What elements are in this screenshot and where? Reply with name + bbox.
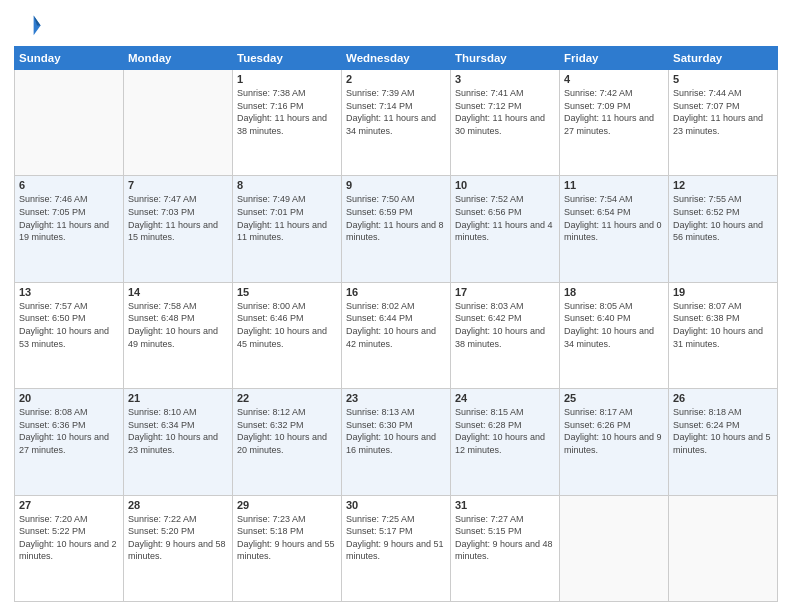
calendar-table: SundayMondayTuesdayWednesdayThursdayFrid… (14, 46, 778, 602)
day-of-week-header: Wednesday (342, 47, 451, 70)
calendar-cell: 25Sunrise: 8:17 AMSunset: 6:26 PMDayligh… (560, 389, 669, 495)
day-number: 22 (237, 392, 337, 404)
day-detail: Sunrise: 8:05 AMSunset: 6:40 PMDaylight:… (564, 300, 664, 350)
day-detail: Sunrise: 7:50 AMSunset: 6:59 PMDaylight:… (346, 193, 446, 243)
calendar-cell: 27Sunrise: 7:20 AMSunset: 5:22 PMDayligh… (15, 495, 124, 601)
day-detail: Sunrise: 7:22 AMSunset: 5:20 PMDaylight:… (128, 513, 228, 563)
day-number: 7 (128, 179, 228, 191)
day-detail: Sunrise: 8:07 AMSunset: 6:38 PMDaylight:… (673, 300, 773, 350)
day-number: 31 (455, 499, 555, 511)
day-number: 28 (128, 499, 228, 511)
calendar-header-row: SundayMondayTuesdayWednesdayThursdayFrid… (15, 47, 778, 70)
day-number: 1 (237, 73, 337, 85)
day-detail: Sunrise: 8:03 AMSunset: 6:42 PMDaylight:… (455, 300, 555, 350)
calendar-week-row: 27Sunrise: 7:20 AMSunset: 5:22 PMDayligh… (15, 495, 778, 601)
day-detail: Sunrise: 8:08 AMSunset: 6:36 PMDaylight:… (19, 406, 119, 456)
calendar-cell: 17Sunrise: 8:03 AMSunset: 6:42 PMDayligh… (451, 282, 560, 388)
day-detail: Sunrise: 7:46 AMSunset: 7:05 PMDaylight:… (19, 193, 119, 243)
day-number: 13 (19, 286, 119, 298)
header (14, 10, 778, 38)
day-number: 21 (128, 392, 228, 404)
calendar-cell: 31Sunrise: 7:27 AMSunset: 5:15 PMDayligh… (451, 495, 560, 601)
calendar-cell: 15Sunrise: 8:00 AMSunset: 6:46 PMDayligh… (233, 282, 342, 388)
day-detail: Sunrise: 7:39 AMSunset: 7:14 PMDaylight:… (346, 87, 446, 137)
day-detail: Sunrise: 7:47 AMSunset: 7:03 PMDaylight:… (128, 193, 228, 243)
day-number: 29 (237, 499, 337, 511)
day-detail: Sunrise: 8:00 AMSunset: 6:46 PMDaylight:… (237, 300, 337, 350)
day-detail: Sunrise: 7:57 AMSunset: 6:50 PMDaylight:… (19, 300, 119, 350)
day-detail: Sunrise: 8:10 AMSunset: 6:34 PMDaylight:… (128, 406, 228, 456)
calendar-cell: 19Sunrise: 8:07 AMSunset: 6:38 PMDayligh… (669, 282, 778, 388)
day-number: 18 (564, 286, 664, 298)
svg-marker-0 (34, 16, 41, 36)
day-detail: Sunrise: 7:41 AMSunset: 7:12 PMDaylight:… (455, 87, 555, 137)
calendar-cell: 23Sunrise: 8:13 AMSunset: 6:30 PMDayligh… (342, 389, 451, 495)
calendar-week-row: 1Sunrise: 7:38 AMSunset: 7:16 PMDaylight… (15, 70, 778, 176)
day-detail: Sunrise: 7:58 AMSunset: 6:48 PMDaylight:… (128, 300, 228, 350)
calendar-cell: 18Sunrise: 8:05 AMSunset: 6:40 PMDayligh… (560, 282, 669, 388)
day-number: 27 (19, 499, 119, 511)
day-detail: Sunrise: 8:02 AMSunset: 6:44 PMDaylight:… (346, 300, 446, 350)
calendar-cell: 11Sunrise: 7:54 AMSunset: 6:54 PMDayligh… (560, 176, 669, 282)
day-number: 15 (237, 286, 337, 298)
day-detail: Sunrise: 7:27 AMSunset: 5:15 PMDaylight:… (455, 513, 555, 563)
day-detail: Sunrise: 8:15 AMSunset: 6:28 PMDaylight:… (455, 406, 555, 456)
day-detail: Sunrise: 8:12 AMSunset: 6:32 PMDaylight:… (237, 406, 337, 456)
calendar-cell: 12Sunrise: 7:55 AMSunset: 6:52 PMDayligh… (669, 176, 778, 282)
day-number: 19 (673, 286, 773, 298)
day-detail: Sunrise: 7:20 AMSunset: 5:22 PMDaylight:… (19, 513, 119, 563)
calendar-cell (669, 495, 778, 601)
calendar-cell: 5Sunrise: 7:44 AMSunset: 7:07 PMDaylight… (669, 70, 778, 176)
day-number: 8 (237, 179, 337, 191)
logo (14, 10, 46, 38)
day-of-week-header: Thursday (451, 47, 560, 70)
calendar-cell: 29Sunrise: 7:23 AMSunset: 5:18 PMDayligh… (233, 495, 342, 601)
calendar-week-row: 13Sunrise: 7:57 AMSunset: 6:50 PMDayligh… (15, 282, 778, 388)
logo-icon (14, 10, 42, 38)
calendar-cell: 2Sunrise: 7:39 AMSunset: 7:14 PMDaylight… (342, 70, 451, 176)
day-detail: Sunrise: 7:44 AMSunset: 7:07 PMDaylight:… (673, 87, 773, 137)
calendar-cell: 26Sunrise: 8:18 AMSunset: 6:24 PMDayligh… (669, 389, 778, 495)
calendar-cell: 1Sunrise: 7:38 AMSunset: 7:16 PMDaylight… (233, 70, 342, 176)
day-detail: Sunrise: 7:42 AMSunset: 7:09 PMDaylight:… (564, 87, 664, 137)
day-of-week-header: Saturday (669, 47, 778, 70)
day-of-week-header: Monday (124, 47, 233, 70)
calendar-cell: 14Sunrise: 7:58 AMSunset: 6:48 PMDayligh… (124, 282, 233, 388)
day-of-week-header: Friday (560, 47, 669, 70)
calendar-body: 1Sunrise: 7:38 AMSunset: 7:16 PMDaylight… (15, 70, 778, 602)
day-detail: Sunrise: 7:23 AMSunset: 5:18 PMDaylight:… (237, 513, 337, 563)
calendar-cell: 13Sunrise: 7:57 AMSunset: 6:50 PMDayligh… (15, 282, 124, 388)
day-detail: Sunrise: 7:52 AMSunset: 6:56 PMDaylight:… (455, 193, 555, 243)
calendar-week-row: 20Sunrise: 8:08 AMSunset: 6:36 PMDayligh… (15, 389, 778, 495)
day-number: 9 (346, 179, 446, 191)
day-detail: Sunrise: 7:54 AMSunset: 6:54 PMDaylight:… (564, 193, 664, 243)
calendar-cell: 6Sunrise: 7:46 AMSunset: 7:05 PMDaylight… (15, 176, 124, 282)
day-number: 10 (455, 179, 555, 191)
day-number: 30 (346, 499, 446, 511)
calendar-cell: 24Sunrise: 8:15 AMSunset: 6:28 PMDayligh… (451, 389, 560, 495)
day-number: 6 (19, 179, 119, 191)
day-detail: Sunrise: 7:38 AMSunset: 7:16 PMDaylight:… (237, 87, 337, 137)
day-detail: Sunrise: 8:18 AMSunset: 6:24 PMDaylight:… (673, 406, 773, 456)
day-number: 23 (346, 392, 446, 404)
calendar-cell: 7Sunrise: 7:47 AMSunset: 7:03 PMDaylight… (124, 176, 233, 282)
day-detail: Sunrise: 7:55 AMSunset: 6:52 PMDaylight:… (673, 193, 773, 243)
day-number: 12 (673, 179, 773, 191)
day-number: 5 (673, 73, 773, 85)
calendar-cell: 9Sunrise: 7:50 AMSunset: 6:59 PMDaylight… (342, 176, 451, 282)
day-of-week-header: Sunday (15, 47, 124, 70)
calendar-cell: 20Sunrise: 8:08 AMSunset: 6:36 PMDayligh… (15, 389, 124, 495)
day-number: 2 (346, 73, 446, 85)
calendar-cell: 8Sunrise: 7:49 AMSunset: 7:01 PMDaylight… (233, 176, 342, 282)
calendar-week-row: 6Sunrise: 7:46 AMSunset: 7:05 PMDaylight… (15, 176, 778, 282)
calendar-cell (560, 495, 669, 601)
day-number: 24 (455, 392, 555, 404)
page: SundayMondayTuesdayWednesdayThursdayFrid… (0, 0, 792, 612)
day-detail: Sunrise: 7:25 AMSunset: 5:17 PMDaylight:… (346, 513, 446, 563)
calendar-cell (124, 70, 233, 176)
day-number: 4 (564, 73, 664, 85)
day-number: 26 (673, 392, 773, 404)
calendar-cell (15, 70, 124, 176)
calendar-cell: 4Sunrise: 7:42 AMSunset: 7:09 PMDaylight… (560, 70, 669, 176)
day-detail: Sunrise: 8:17 AMSunset: 6:26 PMDaylight:… (564, 406, 664, 456)
